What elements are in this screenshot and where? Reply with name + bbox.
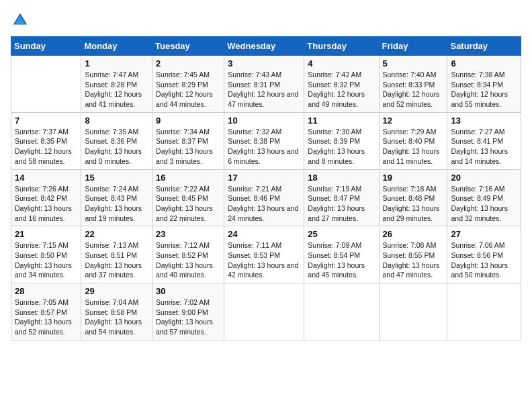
daylight-text: Daylight: 13 hours and 8 minutes. bbox=[308, 147, 365, 165]
day-detail: Sunrise: 7:40 AMSunset: 8:33 PMDaylight:… bbox=[383, 70, 444, 109]
sunrise-text: Sunrise: 7:05 AM bbox=[15, 298, 69, 306]
daylight-text: Daylight: 13 hours and 45 minutes. bbox=[308, 261, 365, 279]
daylight-text: Daylight: 12 hours and 49 minutes. bbox=[308, 90, 365, 108]
calendar-cell: 28Sunrise: 7:05 AMSunset: 8:57 PMDayligh… bbox=[11, 283, 81, 340]
sunrise-text: Sunrise: 7:02 AM bbox=[156, 298, 210, 306]
sunset-text: Sunset: 8:58 PM bbox=[85, 308, 137, 316]
sunset-text: Sunset: 8:56 PM bbox=[451, 251, 503, 259]
sunrise-text: Sunrise: 7:08 AM bbox=[383, 241, 437, 249]
sunrise-text: Sunrise: 7:18 AM bbox=[383, 185, 437, 193]
calendar-cell: 11Sunrise: 7:30 AMSunset: 8:39 PMDayligh… bbox=[304, 112, 379, 169]
day-number: 7 bbox=[15, 116, 77, 126]
calendar-cell: 27Sunrise: 7:06 AMSunset: 8:56 PMDayligh… bbox=[447, 226, 521, 283]
day-number: 26 bbox=[383, 229, 444, 239]
calendar-table: SundayMondayTuesdayWednesdayThursdayFrid… bbox=[11, 36, 521, 340]
day-detail: Sunrise: 7:29 AMSunset: 8:40 PMDaylight:… bbox=[383, 127, 444, 167]
calendar-cell: 19Sunrise: 7:18 AMSunset: 8:48 PMDayligh… bbox=[379, 169, 447, 226]
day-detail: Sunrise: 7:11 AMSunset: 8:53 PMDaylight:… bbox=[228, 240, 300, 280]
sunrise-text: Sunrise: 7:13 AM bbox=[85, 241, 138, 249]
calendar-cell: 15Sunrise: 7:24 AMSunset: 8:43 PMDayligh… bbox=[81, 169, 152, 226]
calendar-cell bbox=[379, 283, 447, 340]
calendar-cell: 5Sunrise: 7:40 AMSunset: 8:33 PMDaylight… bbox=[379, 56, 447, 113]
day-number: 1 bbox=[85, 58, 148, 68]
calendar-cell: 23Sunrise: 7:12 AMSunset: 8:52 PMDayligh… bbox=[152, 226, 224, 283]
calendar-cell: 4Sunrise: 7:42 AMSunset: 8:32 PMDaylight… bbox=[304, 56, 379, 113]
day-number: 22 bbox=[85, 229, 148, 239]
day-number: 29 bbox=[85, 286, 148, 296]
sunrise-text: Sunrise: 7:30 AM bbox=[308, 128, 361, 136]
day-detail: Sunrise: 7:27 AMSunset: 8:41 PMDaylight:… bbox=[451, 127, 517, 167]
day-detail: Sunrise: 7:09 AMSunset: 8:54 PMDaylight:… bbox=[308, 240, 375, 280]
sunset-text: Sunset: 8:31 PM bbox=[228, 81, 280, 89]
sunset-text: Sunset: 8:48 PM bbox=[383, 194, 435, 202]
col-header-monday: Monday bbox=[81, 37, 152, 56]
day-number: 28 bbox=[15, 286, 77, 296]
sunrise-text: Sunrise: 7:29 AM bbox=[383, 128, 437, 136]
calendar-cell: 17Sunrise: 7:21 AMSunset: 8:46 PMDayligh… bbox=[224, 169, 304, 226]
sunrise-text: Sunrise: 7:15 AM bbox=[15, 241, 69, 249]
sunrise-text: Sunrise: 7:27 AM bbox=[451, 128, 504, 136]
sunset-text: Sunset: 8:47 PM bbox=[308, 194, 360, 202]
daylight-text: Daylight: 13 hours and 6 minutes. bbox=[228, 147, 298, 165]
sunrise-text: Sunrise: 7:32 AM bbox=[228, 128, 281, 136]
sunrise-text: Sunrise: 7:16 AM bbox=[451, 185, 504, 193]
calendar-cell: 30Sunrise: 7:02 AMSunset: 9:00 PMDayligh… bbox=[152, 283, 224, 340]
day-detail: Sunrise: 7:42 AMSunset: 8:32 PMDaylight:… bbox=[308, 70, 375, 109]
sunrise-text: Sunrise: 7:37 AM bbox=[15, 128, 69, 136]
sunset-text: Sunset: 8:53 PM bbox=[228, 251, 280, 259]
daylight-text: Daylight: 13 hours and 16 minutes. bbox=[15, 204, 72, 222]
day-detail: Sunrise: 7:35 AMSunset: 8:36 PMDaylight:… bbox=[85, 127, 148, 167]
sunset-text: Sunset: 8:39 PM bbox=[308, 137, 360, 145]
calendar-cell: 13Sunrise: 7:27 AMSunset: 8:41 PMDayligh… bbox=[447, 112, 521, 169]
calendar-cell: 2Sunrise: 7:45 AMSunset: 8:29 PMDaylight… bbox=[152, 56, 224, 113]
sunrise-text: Sunrise: 7:35 AM bbox=[85, 128, 138, 136]
day-number: 4 bbox=[308, 58, 375, 68]
calendar-header: SundayMondayTuesdayWednesdayThursdayFrid… bbox=[11, 37, 521, 56]
daylight-text: Daylight: 13 hours and 40 minutes. bbox=[156, 261, 213, 279]
calendar-cell: 16Sunrise: 7:22 AMSunset: 8:45 PMDayligh… bbox=[152, 169, 224, 226]
calendar-cell: 26Sunrise: 7:08 AMSunset: 8:55 PMDayligh… bbox=[379, 226, 447, 283]
day-number: 21 bbox=[15, 229, 77, 239]
daylight-text: Daylight: 13 hours and 27 minutes. bbox=[308, 204, 365, 222]
calendar-cell: 9Sunrise: 7:34 AMSunset: 8:37 PMDaylight… bbox=[152, 112, 224, 169]
calendar-week-1: 1Sunrise: 7:47 AMSunset: 8:28 PMDaylight… bbox=[11, 56, 521, 113]
day-number: 23 bbox=[156, 229, 220, 239]
daylight-text: Daylight: 13 hours and 14 minutes. bbox=[451, 147, 508, 165]
day-detail: Sunrise: 7:24 AMSunset: 8:43 PMDaylight:… bbox=[85, 184, 148, 224]
sunset-text: Sunset: 8:42 PM bbox=[15, 194, 67, 202]
sunset-text: Sunset: 9:00 PM bbox=[156, 308, 208, 316]
calendar-cell: 18Sunrise: 7:19 AMSunset: 8:47 PMDayligh… bbox=[304, 169, 379, 226]
sunrise-text: Sunrise: 7:26 AM bbox=[15, 185, 69, 193]
daylight-text: Daylight: 13 hours and 57 minutes. bbox=[156, 318, 213, 336]
calendar-cell: 3Sunrise: 7:43 AMSunset: 8:31 PMDaylight… bbox=[224, 56, 304, 113]
daylight-text: Daylight: 13 hours and 32 minutes. bbox=[451, 204, 508, 222]
daylight-text: Daylight: 13 hours and 19 minutes. bbox=[85, 204, 142, 222]
day-number: 19 bbox=[383, 173, 444, 183]
calendar-week-5: 28Sunrise: 7:05 AMSunset: 8:57 PMDayligh… bbox=[11, 283, 521, 340]
day-number: 14 bbox=[15, 173, 77, 183]
col-header-saturday: Saturday bbox=[447, 37, 521, 56]
day-number: 5 bbox=[383, 58, 444, 68]
sunset-text: Sunset: 8:51 PM bbox=[85, 251, 137, 259]
day-number: 13 bbox=[451, 116, 517, 126]
day-number: 24 bbox=[228, 229, 300, 239]
daylight-text: Daylight: 13 hours and 0 minutes. bbox=[85, 147, 142, 165]
day-number: 6 bbox=[451, 58, 517, 68]
sunset-text: Sunset: 8:52 PM bbox=[156, 251, 208, 259]
day-detail: Sunrise: 7:43 AMSunset: 8:31 PMDaylight:… bbox=[228, 70, 300, 109]
calendar-cell: 20Sunrise: 7:16 AMSunset: 8:49 PMDayligh… bbox=[447, 169, 521, 226]
sunrise-text: Sunrise: 7:45 AM bbox=[156, 71, 210, 79]
day-number: 10 bbox=[228, 116, 300, 126]
calendar-cell: 14Sunrise: 7:26 AMSunset: 8:42 PMDayligh… bbox=[11, 169, 81, 226]
daylight-text: Daylight: 13 hours and 47 minutes. bbox=[383, 261, 440, 279]
daylight-text: Daylight: 13 hours and 50 minutes. bbox=[451, 261, 508, 279]
daylight-text: Daylight: 13 hours and 34 minutes. bbox=[15, 261, 72, 279]
day-detail: Sunrise: 7:21 AMSunset: 8:46 PMDaylight:… bbox=[228, 184, 300, 224]
day-number: 20 bbox=[451, 173, 517, 183]
day-number: 17 bbox=[228, 173, 300, 183]
daylight-text: Daylight: 12 hours and 52 minutes. bbox=[383, 90, 440, 108]
daylight-text: Daylight: 13 hours and 22 minutes. bbox=[156, 204, 213, 222]
day-detail: Sunrise: 7:19 AMSunset: 8:47 PMDaylight:… bbox=[308, 184, 375, 224]
day-detail: Sunrise: 7:26 AMSunset: 8:42 PMDaylight:… bbox=[15, 184, 77, 224]
day-number: 15 bbox=[85, 173, 148, 183]
